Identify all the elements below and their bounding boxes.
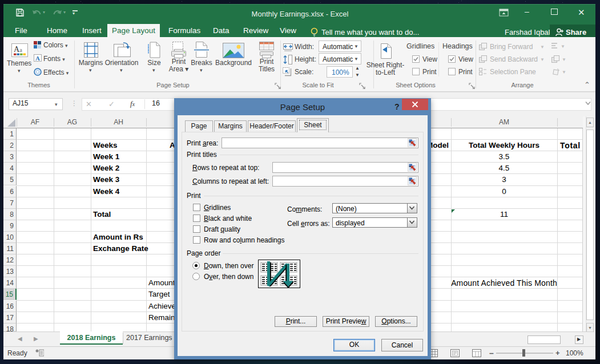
- svg-text:A: A: [35, 55, 40, 62]
- svg-text:a: a: [19, 46, 22, 53]
